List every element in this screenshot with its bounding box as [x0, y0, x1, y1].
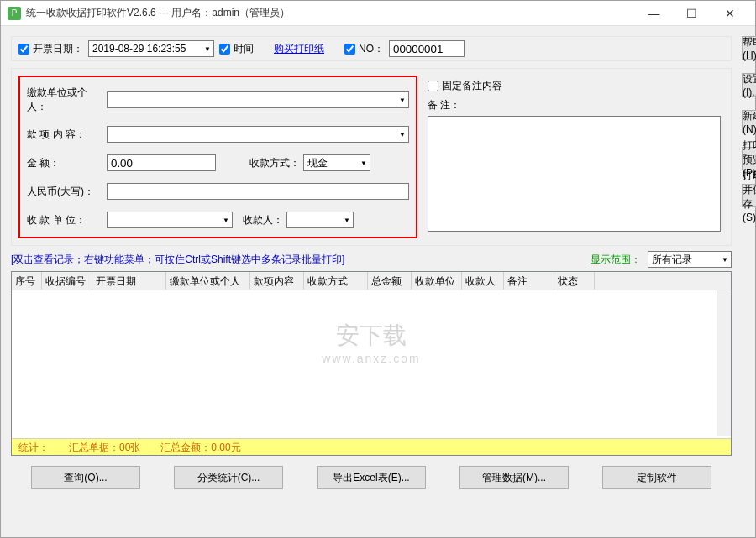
custom-software-button[interactable]: 定制软件 — [602, 466, 711, 489]
no-checkbox-label[interactable]: NO： — [344, 42, 384, 56]
stats-row: 统计： 汇总单据：00张 汇总金额：0.00元 — [12, 438, 731, 456]
fixed-remark-label: 固定备注内容 — [442, 79, 502, 93]
watermark: 安下载 www.anxz.com — [322, 320, 420, 365]
query-button[interactable]: 查询(Q)... — [31, 466, 140, 489]
window-controls: — ☐ ✕ — [635, 2, 748, 25]
column-header[interactable]: 状态 — [554, 272, 595, 290]
payer-label: 缴款单位或个人： — [27, 86, 107, 114]
payer-dropdown[interactable] — [107, 91, 409, 108]
watermark-main: 安下载 — [336, 320, 407, 352]
help-button[interactable]: 帮助(H)... — [742, 36, 756, 60]
column-header[interactable]: 收款单位 — [412, 272, 462, 290]
hint-text: [双击查看记录；右键功能菜单；可按住Ctrl或Shift键选中多条记录批量打印] — [11, 253, 344, 267]
stats-label: 统计： — [18, 441, 49, 455]
scope-value: 所有记录 — [652, 253, 692, 267]
pay-method-value: 现金 — [307, 156, 328, 170]
amount-label: 金 额： — [27, 156, 107, 170]
app-icon: P — [8, 7, 21, 20]
column-header[interactable]: 收据编号 — [42, 272, 92, 290]
titlebar: P 统一收款收据打印软件V2.6.6 --- 用户名：admin（管理员） — … — [1, 1, 755, 26]
date-checkbox-label[interactable]: 开票日期： — [18, 42, 83, 56]
remark-label: 备 注： — [428, 98, 721, 112]
time-label: 时间 — [234, 42, 254, 56]
form-area: 缴款单位或个人： 款 项 内 容： 金 额： 收款方式： 现 — [11, 68, 732, 246]
category-stats-button[interactable]: 分类统计(C)... — [174, 466, 283, 489]
content-dropdown[interactable] — [107, 126, 409, 143]
scope-label: 显示范围： — [591, 253, 641, 267]
export-excel-button[interactable]: 导出Excel表(E)... — [317, 466, 426, 489]
close-button[interactable]: ✕ — [711, 2, 748, 25]
buy-paper-link[interactable]: 购买打印纸 — [274, 42, 324, 56]
date-label: 开票日期： — [33, 42, 83, 56]
amount-input[interactable] — [107, 154, 216, 171]
minimize-button[interactable]: — — [635, 2, 673, 25]
scope-dropdown[interactable]: 所有记录 — [648, 251, 732, 268]
table-body[interactable]: 安下载 www.anxz.com — [12, 290, 731, 438]
column-header[interactable]: 序号 — [12, 272, 42, 290]
payee-label: 收款人： — [243, 213, 283, 227]
rmb-input[interactable] — [107, 183, 409, 200]
form-remark: 固定备注内容 备 注： — [424, 76, 724, 238]
payee-unit-dropdown[interactable] — [107, 212, 233, 228]
date-value: 2019-08-29 16:23:55 — [92, 43, 186, 55]
column-header[interactable]: 收款方式 — [304, 272, 368, 290]
hint-row: [双击查看记录；右键功能菜单；可按住Ctrl或Shift键选中多条记录批量打印]… — [11, 251, 732, 268]
maximize-button[interactable]: ☐ — [673, 2, 711, 25]
column-header[interactable]: 总金额 — [368, 272, 412, 290]
stats-count: 汇总单据：00张 — [69, 441, 140, 455]
column-header[interactable]: 开票日期 — [92, 272, 166, 290]
time-checkbox-label[interactable]: 时间 — [219, 42, 254, 56]
top-options-row: 开票日期： 2019-08-29 16:23:55 时间 购买打印纸 NO： — [11, 36, 732, 61]
remark-textarea[interactable] — [428, 116, 721, 232]
manage-data-button[interactable]: 管理数据(M)... — [459, 466, 569, 489]
print-save-button[interactable]: 打印并保存(S) — [742, 184, 756, 207]
no-label: NO： — [359, 42, 384, 56]
date-checkbox[interactable] — [18, 44, 29, 55]
content-label: 款 项 内 容： — [27, 128, 107, 142]
no-input[interactable] — [389, 40, 465, 57]
stats-total: 汇总金额：0.00元 — [160, 441, 240, 455]
fixed-remark-checkbox-label[interactable]: 固定备注内容 — [428, 79, 721, 93]
column-header[interactable]: 收款人 — [462, 272, 504, 290]
column-header[interactable]: 缴款单位或个人 — [166, 272, 250, 290]
pay-method-dropdown[interactable]: 现金 — [303, 154, 370, 171]
bottom-buttons: 查询(Q)... 分类统计(C)... 导出Excel表(E)... 管理数据(… — [11, 456, 732, 499]
watermark-sub: www.anxz.com — [322, 352, 420, 365]
side-column: 帮助(H)... 设置(I)... 新建(N) 打印预览(P)... 打印并保存… — [742, 36, 756, 499]
no-checkbox[interactable] — [344, 44, 355, 55]
main-window: P 统一收款收据打印软件V2.6.6 --- 用户名：admin（管理员） — … — [0, 0, 756, 538]
column-header[interactable]: 款项内容 — [250, 272, 304, 290]
content-area: 开票日期： 2019-08-29 16:23:55 时间 购买打印纸 NO： — [1, 26, 755, 509]
new-button[interactable]: 新建(N) — [742, 110, 756, 133]
table-header: 序号收据编号开票日期缴款单位或个人款项内容收款方式总金额收款单位收款人备注状态 — [12, 272, 731, 290]
form-main: 缴款单位或个人： 款 项 内 容： 金 额： 收款方式： 现 — [18, 76, 417, 238]
payee-dropdown[interactable] — [286, 212, 354, 228]
date-dropdown[interactable]: 2019-08-29 16:23:55 — [88, 40, 214, 57]
payee-unit-label: 收 款 单 位： — [27, 213, 107, 227]
vertical-scrollbar[interactable] — [717, 290, 731, 436]
window-title: 统一收款收据打印软件V2.6.6 --- 用户名：admin（管理员） — [26, 6, 635, 20]
time-checkbox[interactable] — [219, 44, 230, 55]
settings-button[interactable]: 设置(I)... — [742, 73, 756, 97]
print-preview-button[interactable]: 打印预览(P)... — [742, 147, 756, 170]
column-header[interactable]: 备注 — [504, 272, 554, 290]
rmb-label: 人民币(大写)： — [27, 185, 107, 199]
fixed-remark-checkbox[interactable] — [428, 81, 438, 91]
pay-method-label: 收款方式： — [249, 156, 300, 170]
records-table: 序号收据编号开票日期缴款单位或个人款项内容收款方式总金额收款单位收款人备注状态 … — [11, 271, 732, 456]
main-column: 开票日期： 2019-08-29 16:23:55 时间 购买打印纸 NO： — [11, 36, 732, 499]
